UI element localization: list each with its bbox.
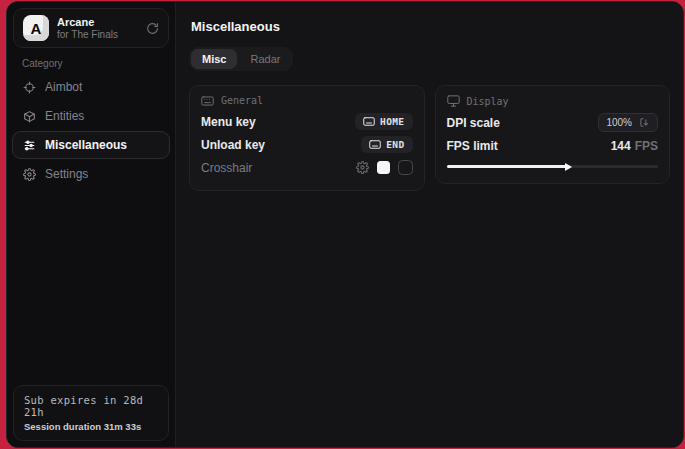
general-card-title: General: [221, 95, 263, 106]
monitor-icon: [447, 95, 460, 107]
dpi-scale-select[interactable]: 100%: [598, 113, 658, 132]
tab-radar[interactable]: Radar: [239, 49, 291, 69]
crosshair-icon: [23, 81, 36, 94]
crosshair-checkbox[interactable]: [398, 160, 413, 175]
sidebar-item-miscellaneous[interactable]: Miscellaneous: [12, 131, 170, 159]
dpi-scale-value: 100%: [606, 117, 632, 128]
main-panel: Miscellaneous Misc Radar General: [175, 2, 683, 447]
gear-icon: [23, 168, 36, 181]
unload-key-row: Unload key END: [201, 133, 413, 156]
sliders-icon: [23, 139, 36, 152]
keyboard-icon: [363, 117, 375, 126]
sidebar-item-label: Entities: [45, 109, 84, 123]
app-name: Arcane: [57, 16, 138, 29]
dpi-scale-label: DPI scale: [447, 116, 500, 130]
unload-key-value: END: [386, 139, 404, 150]
fps-slider-thumb[interactable]: [565, 163, 572, 171]
menu-key-bind-button[interactable]: HOME: [355, 113, 412, 130]
crosshair-settings-gear-icon[interactable]: [356, 161, 369, 174]
page-title: Miscellaneous: [176, 2, 683, 34]
keyboard-icon: [369, 140, 381, 149]
sidebar: A Arcane for The Finals Category Aimbot: [7, 2, 175, 447]
sidebar-item-label: Aimbot: [45, 80, 82, 94]
tab-misc[interactable]: Misc: [191, 49, 237, 69]
crosshair-color-swatch[interactable]: [377, 161, 390, 174]
entities-icon: [23, 110, 36, 123]
sidebar-nav: Aimbot Entities Miscella: [7, 73, 175, 188]
display-card-title: Display: [467, 96, 509, 107]
general-card: General Menu key HOME Unload key: [189, 85, 425, 191]
fps-limit-slider[interactable]: [447, 160, 659, 172]
menu-key-label: Menu key: [201, 115, 256, 129]
tab-bar: Misc Radar: [189, 47, 293, 71]
fps-limit-value: 144: [611, 139, 631, 153]
sidebar-item-entities[interactable]: Entities: [12, 102, 170, 130]
app-header-card: A Arcane for The Finals: [13, 8, 169, 48]
sidebar-item-label: Settings: [45, 167, 88, 181]
category-label: Category: [22, 58, 175, 69]
menu-key-value: HOME: [380, 116, 404, 127]
fps-slider-fill: [447, 165, 568, 168]
menu-key-row: Menu key HOME: [201, 110, 413, 133]
app-window: A Arcane for The Finals Category Aimbot: [6, 1, 684, 448]
crosshair-label: Crosshair: [201, 161, 252, 175]
dpi-scale-row: DPI scale 100%: [447, 111, 659, 134]
fps-limit-unit: FPS: [635, 139, 658, 153]
sidebar-item-settings[interactable]: Settings: [12, 160, 170, 188]
keyboard-icon: [201, 96, 214, 106]
sidebar-item-label: Miscellaneous: [45, 138, 127, 152]
sub-expiry-text: Sub expires in 28d 21h: [24, 394, 158, 418]
session-duration-text: Session duration 31m 33s: [24, 421, 158, 432]
fps-limit-row: FPS limit 144FPS: [447, 134, 659, 157]
crosshair-row: Crosshair: [201, 156, 413, 179]
refresh-icon[interactable]: [146, 22, 159, 35]
fps-limit-label: FPS limit: [447, 139, 498, 153]
app-subtitle: for The Finals: [57, 29, 138, 41]
display-card: Display DPI scale 100%: [435, 85, 671, 184]
unload-key-bind-button[interactable]: END: [361, 136, 412, 153]
unload-key-label: Unload key: [201, 138, 265, 152]
dropdown-icon: [639, 117, 650, 128]
app-logo: A: [23, 15, 49, 41]
sidebar-item-aimbot[interactable]: Aimbot: [12, 73, 170, 101]
subscription-status-card: Sub expires in 28d 21h Session duration …: [13, 385, 169, 441]
